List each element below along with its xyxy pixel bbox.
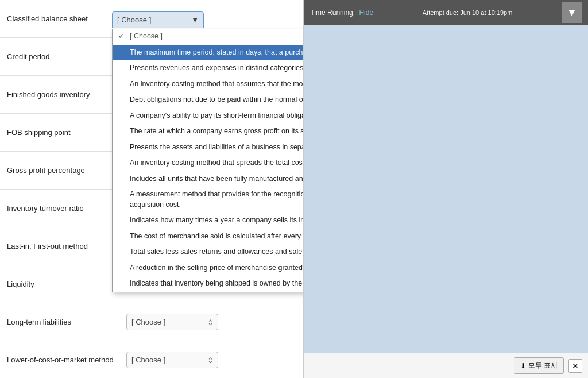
show-all-label: 모두 표시 [528, 361, 558, 371]
dropdown-wrapper: [ Choose ] ⇕ [126, 352, 218, 368]
dropdown-item-text: A company's ability to pay its short-ter… [130, 111, 304, 121]
dropdown-wrapper: [ Choose ] ⇕ [126, 314, 218, 330]
term-label-gross-profit: Gross profit percentage [7, 166, 122, 175]
show-all-button[interactable]: ⬇ 모두 표시 [514, 357, 564, 374]
dropdown-item-text: Presents revenues and expenses in distin… [130, 63, 304, 74]
term-row-long-term-liabilities: Long-term liabilities [ Choose ] ⇕ [0, 303, 303, 341]
term-label-locm: Lower-of-cost-or-market method [7, 356, 122, 364]
dropdown-item-text: [ Choose ] [130, 32, 163, 42]
dropdown-item-9[interactable]: Includes all units that have been fully … [113, 171, 304, 187]
dropdown-item-10[interactable]: A measurement method that provides for t… [113, 187, 304, 213]
dropdown-long-term-liabilities[interactable]: [ Choose ] [126, 314, 218, 330]
right-content-area [304, 25, 588, 378]
dropdown-item-text: An inventory costing method that spreads… [130, 158, 304, 168]
dropdown-item-14[interactable]: A reduction in the selling price of merc… [113, 260, 304, 276]
next-button[interactable]: ▼ [562, 2, 582, 23]
dropdown-item-text: Total sales less sales returns and allow… [130, 247, 304, 257]
dropdown-item-text: Presents the assets and liabilities of a… [130, 142, 304, 153]
dropdown-item-choose[interactable]: ✓ [ Choose ] [113, 29, 304, 45]
download-icon: ⬇ [520, 362, 526, 370]
dropdown-open-container: [ Choose ] ▼ ✓ [ Choose ] The maximum ti… [112, 11, 304, 28]
dropdown-item-text: The rate at which a company earns gross … [130, 126, 304, 137]
dropdown-arrow-icon: ▼ [191, 16, 199, 24]
term-row: Classified balance sheet [ Choose ] ▼ ✓ … [0, 0, 303, 38]
attempt-label: Attempt due: Jun 10 at 10:19pm [423, 9, 513, 16]
term-label-lifo: Last-in, First-out method [7, 242, 122, 250]
dropdown-item-7[interactable]: Presents the assets and liabilities of a… [113, 140, 304, 156]
dropdown-item-2[interactable]: Presents revenues and expenses in distin… [113, 60, 304, 76]
terms-panel: Classified balance sheet [ Choose ] ▼ ✓ … [0, 0, 304, 378]
term-label-classified-balance-sheet: Classified balance sheet [7, 14, 122, 23]
close-icon: ✕ [572, 361, 579, 371]
dropdown-item-text: Debt obligations not due to be paid with… [130, 95, 304, 105]
term-label-fob: FOB shipping point [7, 128, 122, 137]
dropdown-item-8[interactable]: An inventory costing method that spreads… [113, 155, 304, 171]
dropdown-item-text: The cost of merchandise sold is calculat… [130, 232, 304, 242]
dropdown-item-text: Indicates that inventory being shipped i… [130, 279, 304, 289]
term-label-liquidity: Liquidity [7, 280, 122, 288]
dropdown-item-5[interactable]: A company's ability to pay its short-ter… [113, 108, 304, 124]
dropdown-locm[interactable]: [ Choose ] [126, 352, 218, 368]
right-panel: Time Running: Hide Attempt due: Jun 10 a… [304, 0, 588, 378]
dropdown-list: ✓ [ Choose ] The maximum time period, st… [112, 29, 304, 292]
dropdown-item-13[interactable]: Total sales less sales returns and allow… [113, 244, 304, 260]
bottom-bar: ⬇ 모두 표시 ✕ [304, 353, 588, 378]
dropdown-item-text: A reduction in the selling price of merc… [130, 263, 304, 273]
term-label-long-term-liabilities: Long-term liabilities [7, 318, 122, 326]
dropdown-item-3[interactable]: An inventory costing method that assumes… [113, 76, 304, 92]
dropdown-item-15[interactable]: Indicates that inventory being shipped i… [113, 276, 304, 292]
dropdown-item-12[interactable]: The cost of merchandise sold is calculat… [113, 229, 304, 245]
term-label-credit-period: Credit period [7, 52, 122, 61]
dropdown-item-6[interactable]: The rate at which a company earns gross … [113, 124, 304, 140]
dropdown-item-1[interactable]: The maximum time period, stated in days,… [113, 45, 304, 61]
dropdown-item-text: A measurement method that provides for t… [130, 190, 304, 210]
attempt-info: Attempt due: Jun 10 at 10:19pm [423, 9, 513, 16]
top-bar: Time Running: Hide Attempt due: Jun 10 a… [304, 0, 588, 25]
dropdown-item-text: Indicates how many times a year a compan… [130, 215, 304, 226]
term-label-inventory-turnover: Inventory turnover ratio [7, 204, 122, 213]
dropdown-item-4[interactable]: Debt obligations not due to be paid with… [113, 92, 304, 108]
dropdown-item-text: An inventory costing method that assumes… [130, 79, 304, 90]
timer-section: Time Running: Hide [310, 9, 373, 17]
dropdown-value: [ Choose ] [117, 16, 151, 24]
term-row-locm: Lower-of-cost-or-market method [ Choose … [0, 341, 303, 378]
term-label-finished-goods: Finished goods inventory [7, 90, 122, 99]
dropdown-item-text: Includes all units that have been fully … [130, 174, 304, 184]
dropdown-item-text: The maximum time period, stated in days,… [130, 48, 304, 58]
dropdown-open-button[interactable]: [ Choose ] ▼ [112, 11, 204, 28]
checkmark-icon: ✓ [118, 32, 126, 42]
dropdown-item-11[interactable]: Indicates how many times a year a compan… [113, 213, 304, 229]
hide-link[interactable]: Hide [359, 9, 373, 17]
timer-label: Time Running: [310, 9, 355, 17]
close-button[interactable]: ✕ [568, 359, 582, 373]
